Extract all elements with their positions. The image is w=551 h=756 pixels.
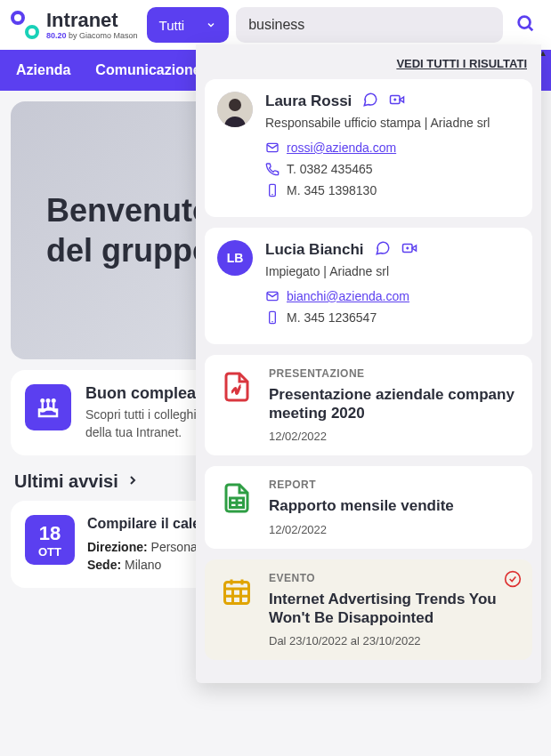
event-date: Dal 23/10/2022 al 23/10/2022: [269, 634, 520, 647]
avatar: [217, 92, 253, 127]
svg-point-0: [519, 17, 531, 28]
document-result[interactable]: REPORT Rapporto mensile vendite 12/02/20…: [205, 466, 532, 548]
person-email[interactable]: bianchi@azienda.com: [287, 289, 409, 303]
svg-rect-26: [225, 582, 249, 603]
person-role: Impiegato | Ariadne srl: [265, 263, 520, 280]
svg-line-1: [529, 27, 532, 30]
document-result[interactable]: PRESENTAZIONE Presentazione aziendale co…: [205, 355, 532, 456]
hero-title: Benvenuto del gruppo: [46, 190, 212, 270]
see-all-results-link[interactable]: VEDI TUTTI I RISULTATI: [205, 53, 532, 79]
doc-title: Presentazione aziendale company meeting …: [269, 385, 520, 423]
video-icon[interactable]: [401, 240, 417, 260]
event-kicker: EVENTO: [269, 572, 520, 584]
person-mobile: M. 345 1236547: [287, 310, 377, 325]
logo[interactable]: Intranet 80.20 by Giacomo Mason: [11, 11, 138, 40]
mobile-icon: [265, 183, 280, 197]
nav-comunicazione[interactable]: Comunicazione: [95, 62, 200, 78]
doc-date: 12/02/2022: [269, 523, 520, 536]
event-result[interactable]: EVENTO Internet Advertising Trends You W…: [205, 559, 532, 661]
search-button[interactable]: [510, 8, 540, 42]
person-result[interactable]: LB Lucia Bianchi Impiegato | Ariadne srl…: [205, 228, 532, 344]
cake-icon: [25, 384, 71, 430]
svg-point-7: [53, 399, 55, 402]
event-title: Internet Advertising Trends You Won't Be…: [269, 590, 520, 628]
person-role: Responsabile ufficio stampa | Ariadne sr…: [265, 115, 520, 132]
chevron-down-icon: [206, 18, 216, 33]
logo-tagline: 80.20 by Giacomo Mason: [46, 32, 138, 40]
mail-icon: [265, 141, 280, 155]
calendar-icon: [217, 572, 256, 611]
doc-kicker: REPORT: [269, 479, 520, 491]
logo-icon: [11, 11, 39, 39]
chat-icon[interactable]: [375, 240, 391, 260]
doc-kicker: PRESENTAZIONE: [269, 367, 520, 380]
search-filter-dropdown[interactable]: Tutti: [147, 7, 230, 43]
logo-name: Intranet: [46, 11, 138, 30]
search-results-dropdown: VEDI TUTTI I RISULTATI Laura Rossi Respo…: [196, 44, 541, 683]
svg-point-6: [47, 399, 50, 402]
check-circle-icon: [504, 570, 522, 591]
mail-icon: [265, 289, 280, 303]
doc-date: 12/02/2022: [269, 430, 520, 443]
person-name: Laura Rossi: [265, 92, 352, 110]
svg-point-9: [229, 99, 241, 111]
video-icon[interactable]: [389, 92, 405, 111]
person-phone: T. 0382 435465: [287, 162, 373, 176]
search-input-wrap[interactable]: [236, 7, 503, 43]
avatar-initials: LB: [217, 240, 253, 276]
search-filter-label: Tutti: [159, 18, 185, 33]
doc-title: Rapporto mensile vendite: [269, 496, 520, 515]
person-result[interactable]: Laura Rossi Responsabile ufficio stampa …: [205, 79, 532, 217]
person-mobile: M. 345 1398130: [287, 183, 377, 197]
pdf-icon: [217, 367, 256, 406]
mobile-icon: [265, 310, 280, 325]
svg-point-25: [506, 571, 521, 586]
svg-point-5: [42, 399, 45, 402]
search-input[interactable]: [248, 17, 490, 33]
nav-azienda[interactable]: Azienda: [16, 62, 70, 78]
date-badge: 18 OTT: [25, 515, 75, 565]
person-email[interactable]: rossi@azienda.com: [287, 141, 396, 155]
chat-icon[interactable]: [362, 92, 378, 111]
phone-icon: [265, 162, 280, 176]
person-name: Lucia Bianchi: [265, 241, 364, 259]
chevron-right-icon: [126, 471, 140, 492]
spreadsheet-icon: [217, 479, 256, 518]
